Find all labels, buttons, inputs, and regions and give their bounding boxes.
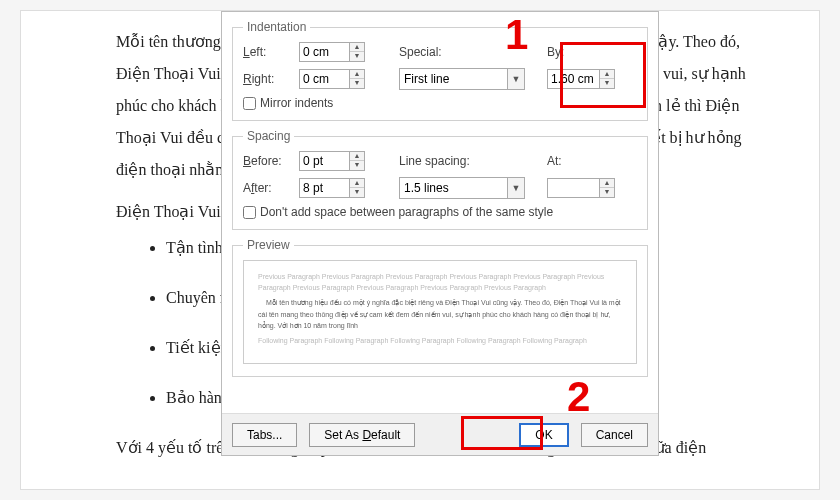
at-input[interactable] [547, 178, 599, 198]
preview-box: Previous Paragraph Previous Paragraph Pr… [243, 260, 637, 364]
spacing-legend: Spacing [243, 129, 294, 143]
spin-up-icon: ▲ [600, 179, 614, 188]
preview-ghost-prev: Previous Paragraph Previous Paragraph Pr… [258, 271, 622, 293]
no-space-same-style-input[interactable] [243, 206, 256, 219]
special-value[interactable] [399, 68, 507, 90]
document-canvas: Mỗi tên thương hiệu đều có một ý nghĩa đ… [20, 10, 820, 490]
mirror-indents-checkbox[interactable]: Mirror indents [243, 96, 637, 110]
spinner-buttons[interactable]: ▲▼ [349, 42, 365, 62]
indentation-legend: Indentation [243, 20, 310, 34]
spacing-group: Spacing Before: ▲▼ Line spacing: At: Aft… [232, 129, 648, 230]
set-as-default-button[interactable]: Set As Default [309, 423, 415, 447]
at-label: At: [547, 154, 587, 168]
ok-button[interactable]: OK [519, 423, 568, 447]
no-space-same-style-label: Don't add space between paragraphs of th… [260, 205, 553, 219]
indentation-group: Indentation Left: ▲▼ Special: By: Right:… [232, 20, 648, 121]
right-indent-input[interactable] [299, 69, 349, 89]
spin-down-icon: ▼ [350, 161, 364, 170]
preview-ghost-next: Following Paragraph Following Paragraph … [258, 335, 622, 346]
left-indent-input[interactable] [299, 42, 349, 62]
by-spinner[interactable]: ▲▼ [547, 69, 623, 89]
by-label: By: [547, 45, 587, 59]
spin-up-icon: ▲ [350, 43, 364, 52]
at-spinner[interactable]: ▲▼ [547, 178, 623, 198]
special-label: Special: [399, 45, 509, 59]
spin-down-icon: ▼ [600, 79, 614, 88]
right-indent-label: Right: [243, 72, 299, 86]
line-spacing-dropdown[interactable]: ▼ [399, 177, 525, 199]
cancel-button[interactable]: Cancel [581, 423, 648, 447]
spin-down-icon: ▼ [350, 52, 364, 61]
left-indent-spinner[interactable]: ▲▼ [299, 42, 375, 62]
spin-up-icon: ▲ [600, 70, 614, 79]
spin-down-icon: ▼ [600, 188, 614, 197]
paragraph-dialog: Indentation Left: ▲▼ Special: By: Right:… [221, 11, 659, 456]
mirror-indents-input[interactable] [243, 97, 256, 110]
spin-up-icon: ▲ [350, 179, 364, 188]
tabs-button[interactable]: Tabs... [232, 423, 297, 447]
spinner-buttons[interactable]: ▲▼ [349, 151, 365, 171]
line-spacing-label: Line spacing: [399, 154, 509, 168]
by-input[interactable] [547, 69, 599, 89]
dialog-button-row: Tabs... Set As Default OK Cancel [222, 413, 658, 455]
no-space-same-style-checkbox[interactable]: Don't add space between paragraphs of th… [243, 205, 637, 219]
before-input[interactable] [299, 151, 349, 171]
spin-down-icon: ▼ [350, 188, 364, 197]
left-indent-label: Left: [243, 45, 299, 59]
after-input[interactable] [299, 178, 349, 198]
line-spacing-value[interactable] [399, 177, 507, 199]
right-indent-spinner[interactable]: ▲▼ [299, 69, 375, 89]
spin-down-icon: ▼ [350, 79, 364, 88]
after-spinner[interactable]: ▲▼ [299, 178, 375, 198]
mirror-indents-label: Mirror indents [260, 96, 333, 110]
before-label: Before: [243, 154, 299, 168]
preview-group: Preview Previous Paragraph Previous Para… [232, 238, 648, 377]
preview-legend: Preview [243, 238, 294, 252]
chevron-down-icon[interactable]: ▼ [507, 177, 525, 199]
spin-up-icon: ▲ [350, 70, 364, 79]
special-dropdown[interactable]: ▼ [399, 68, 525, 90]
preview-sample: Mỗi tên thương hiệu đều có một ý nghĩa đ… [258, 297, 622, 331]
spinner-buttons[interactable]: ▲▼ [599, 178, 615, 198]
spinner-buttons[interactable]: ▲▼ [599, 69, 615, 89]
before-spinner[interactable]: ▲▼ [299, 151, 375, 171]
spin-up-icon: ▲ [350, 152, 364, 161]
spinner-buttons[interactable]: ▲▼ [349, 178, 365, 198]
after-label: After: [243, 181, 299, 195]
spinner-buttons[interactable]: ▲▼ [349, 69, 365, 89]
chevron-down-icon[interactable]: ▼ [507, 68, 525, 90]
